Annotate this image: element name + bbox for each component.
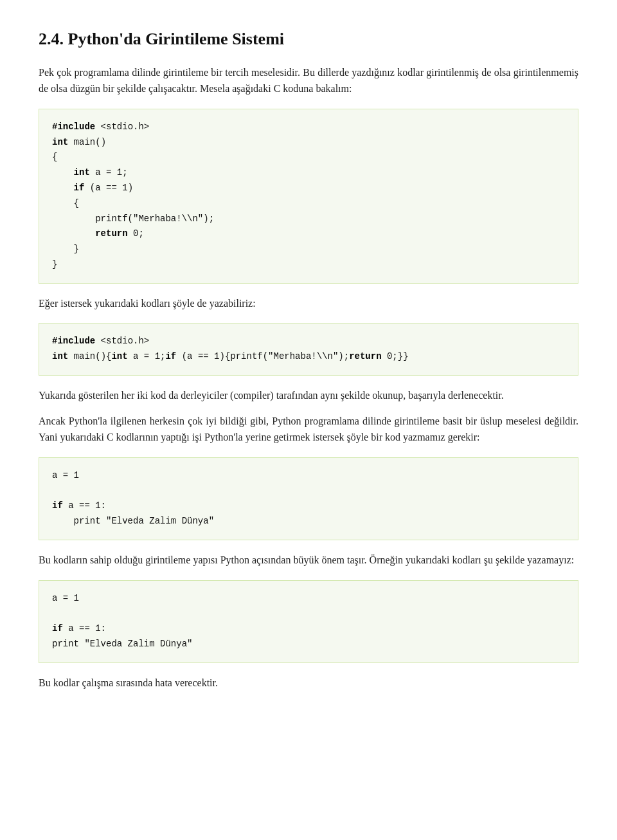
paragraph-3: Yukarıda gösterilen her iki kod da derle… bbox=[39, 387, 578, 404]
paragraph-2: Eğer istersek yukarıdaki kodları şöyle d… bbox=[39, 295, 578, 312]
c-code-inline-block: #include <stdio.h> int main(){int a = 1;… bbox=[39, 323, 578, 376]
page-title: 2.4. Python'da Girintileme Sistemi bbox=[39, 26, 578, 53]
paragraph-1: Pek çok programlama dilinde girintileme … bbox=[39, 64, 578, 97]
python-correct-block: a = 1 if a == 1: print "Elveda Zalim Dün… bbox=[39, 457, 578, 540]
paragraph-4: Ancak Python'la ilgilenen herkesin çok i… bbox=[39, 413, 578, 446]
c-code-formatted-block: #include <stdio.h> int main() { int a = … bbox=[39, 109, 578, 284]
python-wrong-block: a = 1 if a == 1: print "Elveda Zalim Dün… bbox=[39, 580, 578, 663]
paragraph-6: Bu kodlar çalışma sırasında hata verecek… bbox=[39, 675, 578, 691]
paragraph-5: Bu kodların sahip olduğu girintileme yap… bbox=[39, 552, 578, 569]
